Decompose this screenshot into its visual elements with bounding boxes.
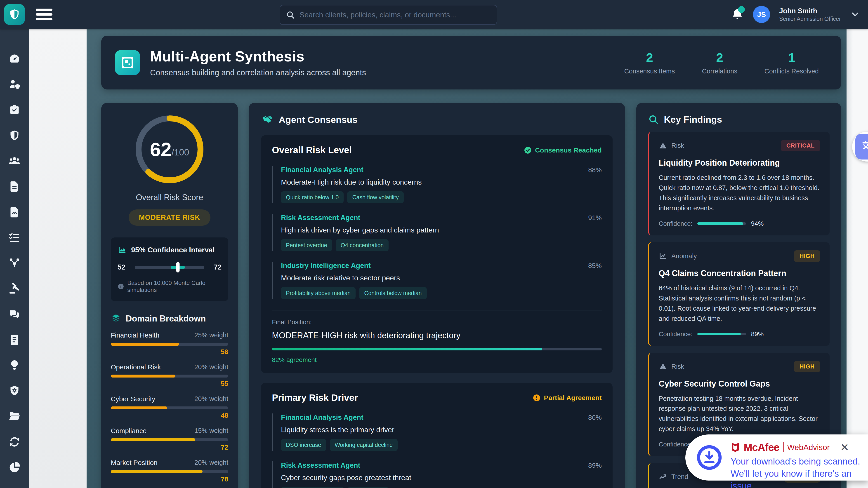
sidebar-item-gavel[interactable] bbox=[0, 281, 29, 297]
sidebar-item-dashboard-gauge[interactable] bbox=[0, 51, 29, 67]
agent-name: Financial Analysis Agent bbox=[281, 414, 364, 422]
warning-icon bbox=[659, 362, 667, 371]
agent-name: Industry Intelligence Agent bbox=[281, 262, 371, 270]
finding-confidence: Confidence:89% bbox=[659, 330, 820, 338]
agent-opinion: Financial Analysis Agent86%Liquidity str… bbox=[272, 414, 602, 451]
finding-body-line: Penetration testing 18 months overdue. I… bbox=[659, 394, 820, 434]
sidebar-item-folder-open[interactable] bbox=[0, 408, 29, 425]
domain-bar-track bbox=[111, 406, 228, 410]
agent-confidence-pct: 86% bbox=[588, 414, 602, 421]
confidence-label: Confidence: bbox=[659, 441, 692, 448]
sidebar-item-lightbulb[interactable] bbox=[0, 357, 29, 374]
sidebar-item-document[interactable] bbox=[0, 178, 29, 195]
messages-icon bbox=[8, 308, 21, 321]
agent-opinion: Financial Analysis Agent88%Moderate-High… bbox=[272, 166, 602, 203]
app-logo[interactable] bbox=[4, 4, 25, 25]
dashboard-gauge-icon bbox=[8, 53, 21, 65]
confidence-bar-track bbox=[698, 222, 746, 225]
domain-value: 78 bbox=[111, 475, 228, 483]
ci-note-text: Based on 10,000 Monte Carlo simulations bbox=[127, 280, 221, 293]
domain-name: Market Position bbox=[111, 459, 158, 466]
domain-bar-fill bbox=[111, 438, 195, 441]
header-stat: 1Conflicts Resolved bbox=[765, 50, 819, 75]
finding-body-line: Current ratio declined from 2.3 to 1.6 o… bbox=[659, 173, 820, 213]
domain-weight: 20% weight bbox=[194, 363, 228, 371]
domain-bar-track bbox=[111, 375, 228, 378]
chart-icon bbox=[659, 252, 667, 260]
sidebar-item-checklist[interactable] bbox=[0, 229, 29, 246]
finding-body-line: 64% of historical claims (9 of 14) occur… bbox=[659, 283, 820, 324]
agent-assessment: Cyber security gaps pose greatest threat bbox=[281, 474, 602, 482]
notification-dot bbox=[738, 6, 745, 13]
team-icon bbox=[8, 155, 21, 167]
sidebar-item-sync[interactable] bbox=[0, 433, 29, 450]
sidebar-item-team[interactable] bbox=[0, 153, 29, 169]
evidence-tag: Quick ratio below 1.0 bbox=[281, 191, 344, 203]
evidence-tag: DSO increase bbox=[281, 439, 326, 451]
sidebar-item-briefcase-check[interactable] bbox=[0, 102, 29, 119]
domain-value: 55 bbox=[111, 380, 228, 387]
domain-name: Operational Risk bbox=[111, 363, 161, 371]
agent-confidence-pct: 88% bbox=[588, 166, 602, 174]
final-position: Final Position:MODERATE-HIGH risk with d… bbox=[272, 310, 602, 363]
agent-confidence-pct: 91% bbox=[588, 214, 602, 222]
exclamation-circle-icon bbox=[532, 394, 541, 402]
sidebar-item-pie-chart[interactable] bbox=[0, 459, 29, 476]
sidebar-item-shield[interactable] bbox=[0, 127, 29, 144]
sidebar-item-note[interactable] bbox=[0, 331, 29, 348]
search-icon bbox=[286, 10, 295, 20]
confidence-bar-fill bbox=[698, 222, 743, 225]
ci-min: 52 bbox=[118, 263, 129, 271]
translate-button[interactable] bbox=[855, 134, 868, 160]
finding-category: Risk bbox=[671, 142, 684, 149]
page-background-right[interactable] bbox=[846, 29, 868, 488]
finding-category: Risk bbox=[671, 363, 684, 370]
checklist-icon bbox=[8, 231, 21, 244]
user-info[interactable]: John Smith Senior Admission Officer bbox=[779, 7, 841, 22]
agent-opinion: Risk Assessment Agent89%Cyber security g… bbox=[272, 461, 602, 488]
document-icon bbox=[8, 180, 21, 193]
network-icon bbox=[8, 257, 21, 269]
agent-consensus-title: Agent Consensus bbox=[279, 115, 358, 125]
sidebar-item-people[interactable] bbox=[0, 485, 29, 488]
agreement-bar-fill bbox=[272, 348, 542, 350]
translate-icon bbox=[861, 139, 868, 154]
mcafee-shield-icon bbox=[731, 442, 740, 453]
key-finding-card: RiskCRITICALLiquidity Position Deteriora… bbox=[648, 132, 830, 235]
finding-body: Current ratio declined from 2.3 to 1.6 o… bbox=[659, 173, 820, 213]
agent-assessment: High risk driven by cyber gaps and claim… bbox=[281, 226, 602, 234]
finding-title: Q4 Claims Concentration Pattern bbox=[659, 269, 820, 278]
mcafee-message-line1: Your download's being scanned. bbox=[731, 455, 868, 467]
object-group-icon bbox=[121, 56, 134, 70]
notifications-button[interactable] bbox=[731, 7, 744, 22]
confidence-interval-title: 95% Confidence Interval bbox=[131, 246, 215, 254]
domain-bar-fill bbox=[111, 343, 179, 346]
ci-max: 72 bbox=[210, 263, 221, 271]
pie-chart-icon bbox=[8, 461, 21, 474]
people-icon bbox=[8, 487, 21, 488]
finding-confidence: Confidence:94% bbox=[659, 220, 820, 227]
agent-name: Financial Analysis Agent bbox=[281, 166, 364, 174]
sidebar-item-messages[interactable] bbox=[0, 306, 29, 323]
note-icon bbox=[8, 333, 21, 346]
domain-weight: 25% weight bbox=[194, 331, 228, 339]
risk-score-donut: 62 /100 bbox=[135, 116, 204, 183]
domain-value: 72 bbox=[111, 444, 228, 451]
ci-marker bbox=[176, 262, 180, 272]
sidebar-item-network[interactable] bbox=[0, 255, 29, 271]
evidence-tag: Working capital decline bbox=[330, 439, 398, 451]
close-icon[interactable]: ✕ bbox=[840, 442, 849, 453]
sidebar-item-client-shield[interactable] bbox=[0, 76, 29, 93]
check-circle-icon bbox=[524, 146, 532, 154]
agreement-label: 82% agreement bbox=[272, 356, 602, 363]
search-input[interactable] bbox=[299, 10, 491, 20]
header-stat: 2Consensus Items bbox=[624, 50, 675, 75]
evidence-tag: Controls below median bbox=[359, 287, 427, 299]
sidebar-item-claim-file[interactable] bbox=[0, 204, 29, 221]
stat-label: Conflicts Resolved bbox=[765, 68, 819, 75]
chevron-down-icon[interactable] bbox=[850, 9, 860, 20]
avatar[interactable]: JS bbox=[753, 6, 770, 23]
sidebar-item-security-settings[interactable] bbox=[0, 383, 29, 399]
global-search bbox=[280, 5, 497, 25]
menu-icon[interactable] bbox=[36, 8, 53, 20]
